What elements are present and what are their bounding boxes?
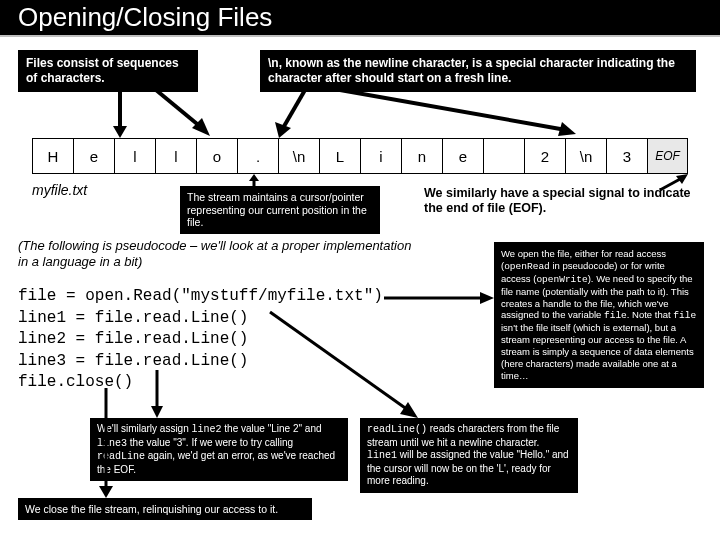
svg-marker-15 <box>151 406 163 418</box>
callout-files-sequence: Files consist of sequences of characters… <box>18 50 198 92</box>
code-inline: file <box>673 310 696 321</box>
arrow-diag-icon <box>156 90 216 140</box>
arrow-diag-icon <box>340 90 580 140</box>
char-cell: e <box>73 138 114 174</box>
code-block: file = open.Read("mystuff/myfile.txt") l… <box>18 286 383 394</box>
code-line: line3 = file.read.Line() <box>18 351 383 373</box>
svg-marker-1 <box>113 126 127 138</box>
text: the value "Line 2" and <box>222 423 322 434</box>
svg-line-2 <box>156 90 202 128</box>
svg-marker-7 <box>558 122 576 136</box>
text-eof-explain: We similarly have a special signal to in… <box>424 186 694 216</box>
char-cell: H <box>32 138 73 174</box>
svg-line-4 <box>283 90 305 128</box>
character-row: H e l l o . \n L i n e 2 \n 3 EOF <box>32 138 688 174</box>
char-cell: e <box>442 138 483 174</box>
callout-readline: readLine() reads characters from the fil… <box>360 418 578 493</box>
char-cell-eof: EOF <box>647 138 688 174</box>
code-inline: readLine <box>97 451 145 462</box>
callout-close: We close the file stream, relinquishing … <box>18 498 312 520</box>
code-inline: openWrite <box>536 274 587 285</box>
svg-marker-17 <box>400 402 418 418</box>
slide-title-bar: Opening/Closing Files <box>0 0 720 35</box>
text: . Note that <box>627 309 673 320</box>
arrow-right-icon <box>384 290 494 306</box>
title-underline <box>0 35 720 37</box>
code-inline: file <box>604 310 627 321</box>
callout-cursor: The stream maintains a cursor/pointer re… <box>180 186 380 234</box>
text: We'll similarly assign <box>97 423 192 434</box>
char-cell: 3 <box>606 138 647 174</box>
code-line: file.close() <box>18 372 383 394</box>
filename-label: myfile.txt <box>32 182 87 198</box>
svg-marker-13 <box>480 292 494 304</box>
arrow-down-icon <box>275 90 315 140</box>
char-cell: n <box>401 138 442 174</box>
char-cell: l <box>114 138 155 174</box>
char-cell: l <box>155 138 196 174</box>
char-cell: \n <box>278 138 319 174</box>
code-line: line2 = file.read.Line() <box>18 329 383 351</box>
code-inline: readLine() <box>367 424 427 435</box>
char-cell: \n <box>565 138 606 174</box>
svg-marker-19 <box>99 486 113 498</box>
code-inline: line3 <box>97 438 127 449</box>
code-inline: openRead <box>504 261 550 272</box>
text: the value "3". If we were to try calling <box>127 437 293 448</box>
pseudocode-note: (The following is pseudocode – we'll loo… <box>18 238 418 271</box>
text: isn't the file itself (which is external… <box>501 322 694 381</box>
callout-newline: \n, known as the newline character, is a… <box>260 50 696 92</box>
svg-marker-9 <box>249 174 259 181</box>
callout-open-file: We open the file, either for read access… <box>494 242 704 388</box>
char-cell: i <box>360 138 401 174</box>
svg-marker-5 <box>275 122 291 138</box>
svg-marker-11 <box>676 174 688 184</box>
char-cell: L <box>319 138 360 174</box>
code-inline: line1 <box>367 450 397 461</box>
code-line: line1 = file.read.Line() <box>18 308 383 330</box>
svg-line-6 <box>340 90 566 130</box>
code-inline: line2 <box>192 424 222 435</box>
char-cell: 2 <box>524 138 565 174</box>
code-line: file = open.Read("mystuff/myfile.txt") <box>18 286 383 308</box>
char-cell: . <box>237 138 278 174</box>
text: will be assigned the value "Hello." and … <box>367 449 569 486</box>
slide-title: Opening/Closing Files <box>18 2 720 33</box>
char-cell <box>483 138 524 174</box>
char-cell: o <box>196 138 237 174</box>
arrow-down-icon <box>110 90 130 138</box>
callout-line23: We'll similarly assign line2 the value "… <box>90 418 348 481</box>
svg-marker-3 <box>192 118 210 136</box>
